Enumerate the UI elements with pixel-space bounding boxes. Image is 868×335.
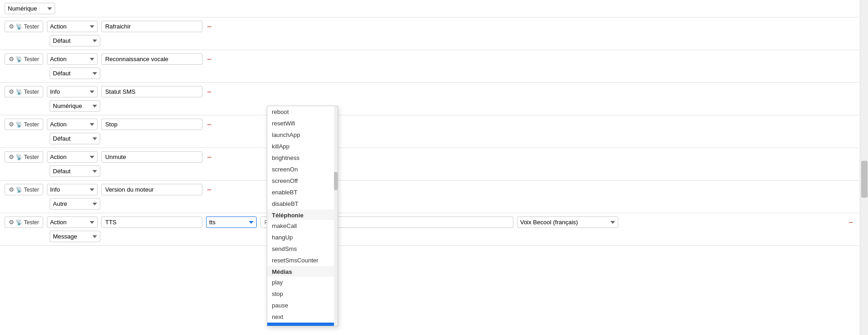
remove-button-4[interactable]: −: [206, 120, 213, 129]
dropdown-item-next[interactable]: next: [267, 311, 338, 323]
gear-icon-7: ⚙: [9, 219, 14, 226]
input-value-6[interactable]: [101, 184, 202, 195]
row-line-top-5: ⚙ 📡 Tester Action Info −: [5, 150, 854, 164]
tester-label-4: Tester: [24, 121, 39, 128]
select-type-6[interactable]: Info Action: [47, 184, 98, 195]
dropdown-item-launchapp[interactable]: launchApp: [267, 129, 338, 141]
dropdown-scrollbar-thumb: [334, 172, 338, 190]
select-type-4[interactable]: Action Info: [47, 119, 98, 130]
row-line-bottom-4: Défaut: [5, 131, 854, 146]
row-line-top-6: ⚙ 📡 Tester Info Action −: [5, 182, 854, 197]
dropdown-item-brightness[interactable]: brightness: [267, 152, 338, 164]
select-sub-5[interactable]: Défaut: [50, 165, 100, 177]
row-line-top-1: ⚙ 📡 Tester Action Info −: [5, 19, 854, 34]
dropdown-item-screenon[interactable]: screenOn: [267, 164, 338, 175]
select-type-3[interactable]: Info Action: [47, 86, 98, 97]
select-sub-6[interactable]: Autre: [50, 198, 100, 210]
dropdown-item-makecall[interactable]: makeCall: [267, 220, 338, 232]
row-line-top-7: ⚙ 📡 Tester Action Info tts Voix: [5, 215, 854, 229]
tester-button-7[interactable]: ⚙ 📡 Tester: [5, 216, 43, 228]
tester-button-2[interactable]: ⚙ 📡 Tester: [5, 53, 43, 65]
row-action-unmute: ⚙ 📡 Tester Action Info − Défaut: [0, 148, 859, 181]
row-line-bottom-2: Défaut: [5, 66, 854, 80]
dropdown-item-tts[interactable]: tts: [267, 323, 338, 326]
select-type-7[interactable]: Action Info: [47, 216, 98, 228]
tester-button-1[interactable]: ⚙ 📡 Tester: [5, 21, 43, 32]
gear-icon-4: ⚙: [9, 121, 14, 128]
tester-label-7: Tester: [24, 219, 39, 226]
tester-label-5: Tester: [24, 154, 39, 160]
tester-group-7: ⚙ 📡 Tester: [5, 216, 43, 228]
input-value-3[interactable]: [101, 86, 202, 97]
dropdown-item-resetsmscounter[interactable]: resetSmsCounter: [267, 255, 338, 266]
remove-button-3[interactable]: −: [206, 88, 213, 96]
input-value-2[interactable]: [101, 53, 202, 65]
dropdown-item-reboot[interactable]: reboot: [267, 106, 338, 118]
select-type-numerique[interactable]: Numérique: [5, 3, 55, 14]
tester-button-3[interactable]: ⚙ 📡 Tester: [5, 86, 43, 97]
tester-group-6: ⚙ 📡 Tester: [5, 184, 43, 195]
tester-label-1: Tester: [24, 23, 39, 30]
remove-button-1[interactable]: −: [206, 23, 213, 31]
tester-label-3: Tester: [24, 89, 39, 95]
input-value-4[interactable]: [101, 119, 202, 130]
tester-group-2: ⚙ 📡 Tester: [5, 53, 43, 65]
row-action-reconvocale: ⚙ 📡 Tester Action Info − Défaut: [0, 50, 859, 83]
row-line-bottom-1: Défaut: [5, 34, 854, 48]
select-sub-2[interactable]: Défaut: [50, 68, 100, 79]
remove-button-5[interactable]: −: [206, 153, 213, 161]
select-sub-7[interactable]: Message: [50, 231, 100, 242]
page-scrollbar-thumb: [861, 161, 868, 198]
row-line-top-2: ⚙ 📡 Tester Action Info −: [5, 52, 854, 66]
dropdown-item-play[interactable]: play: [267, 277, 338, 288]
rss-icon-7: 📡: [16, 219, 23, 226]
tester-button-5[interactable]: ⚙ 📡 Tester: [5, 151, 43, 163]
dropdown-item-enablebt[interactable]: enableBT: [267, 187, 338, 198]
dropdown-overlay: reboot resetWifi launchApp killApp brigh…: [267, 106, 338, 326]
select-sub-4[interactable]: Défaut: [50, 133, 100, 144]
row-line-bottom-3: Numérique: [5, 99, 854, 113]
tester-label-6: Tester: [24, 187, 39, 193]
tester-button-6[interactable]: ⚙ 📡 Tester: [5, 184, 43, 195]
dropdown-item-resetwifi[interactable]: resetWifi: [267, 118, 338, 129]
dropdown-item-pause[interactable]: pause: [267, 300, 338, 311]
rss-icon-1: 📡: [16, 23, 23, 30]
select-sub-1[interactable]: Défaut: [50, 35, 100, 46]
row-info-statut-sms: ⚙ 📡 Tester Info Action − Numérique: [0, 83, 859, 115]
gear-icon-2: ⚙: [9, 56, 14, 62]
select-type-5[interactable]: Action Info: [47, 151, 98, 163]
gear-icon-1: ⚙: [9, 23, 14, 30]
input-value-7[interactable]: [101, 216, 202, 228]
select-type-2[interactable]: Action Info: [47, 53, 98, 65]
row-action-tts: ⚙ 📡 Tester Action Info tts Voix: [0, 213, 859, 246]
input-value-1[interactable]: [101, 21, 202, 32]
main-container: Numérique ⚙ 📡 Tester Action Info −: [0, 0, 868, 335]
page-scrollbar[interactable]: [860, 0, 868, 335]
select-type-1[interactable]: Action Info: [47, 21, 98, 32]
row-numerique-partial: Numérique: [0, 0, 859, 17]
dropdown-item-hangup[interactable]: hangUp: [267, 232, 338, 243]
row-line-bottom-7: Message: [5, 229, 854, 244]
tester-group-4: ⚙ 📡 Tester: [5, 119, 43, 130]
tester-button-4[interactable]: ⚙ 📡 Tester: [5, 119, 43, 130]
dropdown-item-screenoff[interactable]: screenOff: [267, 175, 338, 187]
tester-group-3: ⚙ 📡 Tester: [5, 86, 43, 97]
dropdown-item-disablebt[interactable]: disableBT: [267, 198, 338, 210]
remove-button-2[interactable]: −: [206, 55, 213, 63]
rows-container: Numérique ⚙ 📡 Tester Action Info −: [0, 0, 859, 335]
tester-group-1: ⚙ 📡 Tester: [5, 21, 43, 32]
dropdown-group-telephonie: Téléphonie: [267, 210, 338, 220]
rss-icon-6: 📡: [16, 187, 23, 193]
remove-button-6[interactable]: −: [206, 186, 213, 194]
row-line-bottom-5: Défaut: [5, 164, 854, 178]
dropdown-item-sendsms[interactable]: sendSms: [267, 243, 338, 255]
select-sub-3[interactable]: Numérique: [50, 100, 100, 112]
select-tts-cmd[interactable]: tts: [206, 216, 257, 228]
input-value-5[interactable]: [101, 151, 202, 163]
remove-button-7[interactable]: −: [847, 218, 854, 227]
row-info-version-moteur: ⚙ 📡 Tester Info Action − Autre: [0, 181, 859, 213]
dropdown-scroll[interactable]: reboot resetWifi launchApp killApp brigh…: [267, 106, 338, 326]
dropdown-item-killapp[interactable]: killApp: [267, 141, 338, 152]
select-voice[interactable]: Voix Becool (français): [517, 216, 618, 228]
dropdown-item-stop[interactable]: stop: [267, 288, 338, 300]
